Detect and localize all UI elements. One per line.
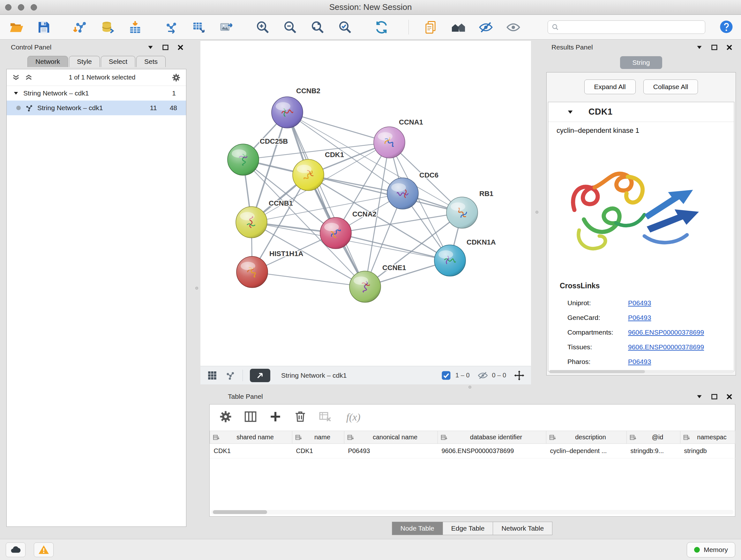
import-network-button[interactable] — [71, 18, 89, 37]
crosslink-pharos[interactable]: P06493 — [628, 358, 651, 366]
expand-all-networks-icon[interactable] — [24, 73, 33, 82]
function-builder-button[interactable]: f(x) — [346, 411, 360, 423]
float-control-panel-icon[interactable] — [146, 44, 154, 51]
network-edge[interactable] — [287, 112, 365, 287]
zoom-in-button[interactable] — [253, 18, 272, 37]
float-results-panel-icon[interactable] — [695, 44, 703, 51]
refresh-layout-button[interactable] — [372, 18, 391, 37]
tab-edge-table[interactable]: Edge Table — [443, 522, 493, 535]
network-options-gear-icon[interactable] — [172, 73, 181, 82]
clone-network-button[interactable] — [162, 18, 181, 37]
export-image-button[interactable] — [217, 18, 235, 37]
network-row[interactable]: String Network – cdk1 11 48 — [7, 101, 186, 115]
zoom-out-button[interactable] — [281, 18, 299, 37]
import-database-button[interactable] — [98, 18, 117, 37]
grid-view-button[interactable] — [207, 370, 218, 381]
tab-network-table[interactable]: Network Table — [493, 522, 552, 535]
crosslink-compartments[interactable]: 9606.ENSP00000378699 — [628, 328, 704, 336]
tab-style[interactable]: Style — [69, 56, 100, 67]
help-button[interactable] — [719, 19, 734, 35]
network-node-CDK1[interactable]: CDK1 — [293, 151, 344, 191]
maximize-results-panel-icon[interactable] — [711, 44, 718, 51]
crosslink-tissues[interactable]: 9606.ENSP00000378699 — [628, 343, 704, 351]
collection-expand-icon[interactable] — [12, 90, 19, 97]
save-session-button[interactable] — [35, 18, 53, 37]
network-node-RB1[interactable]: RB1 — [447, 190, 493, 228]
close-table-panel-icon[interactable] — [725, 393, 733, 401]
zoom-window-button[interactable] — [30, 4, 37, 10]
clear-table-button[interactable] — [317, 409, 333, 425]
collapse-all-button[interactable]: Collapse All — [643, 79, 698, 94]
maximize-table-panel-icon[interactable] — [711, 393, 718, 401]
home-button[interactable] — [449, 18, 468, 37]
show-hide-button[interactable] — [504, 18, 522, 37]
delete-column-button[interactable] — [292, 409, 309, 425]
search-input[interactable] — [548, 20, 705, 34]
collapse-all-networks-icon[interactable] — [12, 73, 20, 82]
copy-document-button[interactable] — [421, 18, 440, 37]
network-canvas[interactable]: CCNB2CCNA1CDC25BCDK1CDC6RB1CCNB1CCNA2CDK… — [200, 41, 531, 366]
column-header[interactable]: @id — [627, 431, 680, 444]
network-node-CDC6[interactable]: CDC6 — [387, 171, 439, 209]
import-table-button[interactable] — [126, 18, 144, 37]
tab-select[interactable]: Select — [101, 56, 135, 67]
hide-unhide-button[interactable] — [476, 18, 495, 37]
column-header[interactable]: shared name — [210, 431, 292, 444]
show-columns-button[interactable] — [242, 409, 259, 425]
close-results-panel-icon[interactable] — [725, 44, 733, 51]
table-cell: stringdb — [680, 444, 735, 458]
fit-content-button[interactable] — [514, 370, 525, 381]
results-scrollbar-thumb[interactable] — [549, 370, 645, 373]
network-node-CCNA1[interactable]: CCNA1 — [374, 118, 423, 158]
gene-section-header[interactable]: CDK1 — [548, 102, 734, 122]
network-edge[interactable] — [287, 112, 389, 142]
network-view[interactable]: CCNB2CCNA1CDC25BCDK1CDC6RB1CCNB1CCNA2CDK… — [200, 41, 531, 366]
close-window-button[interactable] — [5, 4, 11, 10]
network-node-CCNB1[interactable]: CCNB1 — [236, 199, 293, 238]
zoom-fit-button[interactable] — [308, 18, 327, 37]
results-scrollbar[interactable] — [549, 370, 734, 373]
float-table-panel-icon[interactable] — [695, 393, 703, 401]
gene-description: cyclin–dependent kinase 1 — [548, 122, 734, 135]
table-row[interactable]: CDK1CDK1P064939606.ENSP00000378699cyclin… — [210, 444, 735, 458]
settings-button[interactable] — [217, 409, 234, 425]
table-horizontal-scrollbar[interactable] — [211, 510, 734, 514]
close-control-panel-icon[interactable] — [177, 44, 185, 51]
open-session-button[interactable] — [7, 18, 25, 37]
tab-node-table[interactable]: Node Table — [392, 522, 443, 535]
splitter-handle-bottom[interactable] — [468, 386, 471, 388]
splitter-handle-left[interactable] — [195, 287, 198, 290]
network-edge[interactable] — [252, 272, 365, 287]
birdseye-toggle-button[interactable] — [250, 369, 270, 382]
add-column-button[interactable] — [267, 409, 284, 425]
string-app-button[interactable] — [225, 370, 235, 381]
network-node-CCNE1[interactable]: CCNE1 — [349, 264, 406, 302]
crosslink-genecard[interactable]: P06493 — [628, 314, 651, 321]
column-header[interactable]: canonical name — [344, 431, 438, 444]
network-node-CDC25B[interactable]: CDC25B — [227, 137, 288, 175]
column-header[interactable]: description — [546, 431, 627, 444]
network-table-button[interactable] — [190, 18, 208, 37]
cloud-status-button[interactable] — [6, 543, 25, 557]
tab-string[interactable]: String — [620, 56, 662, 69]
collapse-gene-icon[interactable] — [566, 108, 575, 116]
network-node-CCNB2[interactable]: CCNB2 — [272, 87, 320, 128]
network-collection-row[interactable]: String Network – cdk1 1 — [7, 86, 186, 101]
warnings-button[interactable] — [34, 543, 54, 557]
minimize-window-button[interactable] — [18, 4, 24, 10]
tab-sets[interactable]: Sets — [136, 56, 165, 67]
column-header[interactable]: namespac — [680, 431, 735, 444]
network-edge[interactable] — [336, 233, 450, 260]
splitter-handle-right[interactable] — [536, 211, 538, 213]
column-header[interactable]: name — [292, 431, 344, 444]
memory-button[interactable]: Memory — [687, 542, 735, 557]
tab-network[interactable]: Network — [27, 56, 68, 67]
table-scrollbar-thumb[interactable] — [213, 510, 267, 514]
crosslink-uniprot[interactable]: P06493 — [628, 299, 651, 307]
network-node-CDKN1A[interactable]: CDKN1A — [434, 238, 496, 276]
zoom-selected-button[interactable] — [336, 18, 354, 37]
maximize-control-panel-icon[interactable] — [161, 44, 170, 51]
network-node-HIST1H1A[interactable]: HIST1H1A — [237, 250, 303, 288]
column-header[interactable]: database identifier — [438, 431, 546, 444]
expand-all-button[interactable]: Expand All — [584, 79, 636, 94]
